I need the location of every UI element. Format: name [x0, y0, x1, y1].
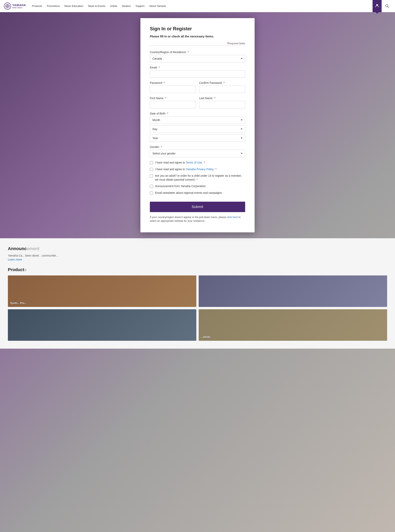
register-modal: Sign In or Register Please fill in or ch… [140, 18, 255, 232]
email-input[interactable] [150, 70, 245, 78]
newsletter-checkbox-group: Email newsletter about regional events a… [150, 191, 245, 195]
first-name-group: First Name: * [150, 97, 196, 108]
svg-point-4 [376, 4, 378, 6]
brand-tagline: Make Waves [12, 7, 26, 9]
nav-music-education[interactable]: Music Education [65, 5, 83, 7]
nav-products[interactable]: Products [32, 5, 42, 7]
nav-news-events[interactable]: News & Events [88, 5, 105, 7]
modal-overlay: Sign In or Register Please fill in or ch… [0, 12, 395, 238]
adult-checkbox[interactable] [150, 174, 153, 177]
nav-artists[interactable]: Artists [110, 5, 117, 7]
navbar-actions [373, 0, 391, 12]
learn-more-link[interactable]: Learn more [8, 258, 22, 261]
last-name-label: Last Name: * [199, 97, 245, 100]
product-label-1: Synth... Pro... [10, 302, 27, 305]
terms-checkbox[interactable] [150, 161, 153, 164]
nav-about[interactable]: About Yamaha [149, 5, 166, 7]
click-here-link[interactable]: click here [227, 216, 238, 219]
first-name-required-star: * [165, 97, 166, 100]
first-name-input[interactable] [150, 101, 196, 108]
password-group: Password: * [150, 81, 196, 93]
navbar-links: Products Promotions Music Education News… [32, 5, 373, 7]
day-select[interactable]: Day 12345 678910 1112131415 1617181920 2… [150, 125, 245, 133]
privacy-label[interactable]: I have read and agree to Yamaha Privacy … [155, 167, 217, 171]
announcement-checkbox-group: Announcement from Yamaha Corporation [150, 184, 245, 188]
confirm-password-label: Confirm Password: * [199, 81, 245, 84]
dob-group: Date of Birth: * Month JanuaryFebruaryMa… [150, 112, 245, 142]
announcement-checkbox[interactable] [150, 185, 153, 188]
gender-label: Gender: * [150, 145, 245, 149]
below-content: Announcement Yamaha Ca... been devel... … [0, 238, 395, 349]
product-card-4[interactable]: ...winds [199, 309, 387, 341]
gender-select[interactable]: Select your gender Male Female Other Pre… [150, 150, 245, 157]
terms-checkbox-group: I have read and agree to Terms of Use. * [150, 161, 245, 165]
logo-text: YAMAHA Make Waves [12, 3, 26, 9]
announcement-section: Announcement Yamaha Ca... been devel... … [8, 246, 387, 261]
country-group: Country/Region of Residence: * Canada Un… [150, 51, 245, 62]
confirm-password-required-star: * [224, 81, 225, 84]
name-row: First Name: * Last Name: * [150, 97, 245, 112]
dob-label: Date of Birth: * [150, 112, 245, 115]
announcement-label[interactable]: Announcement from Yamaha Corporation [155, 184, 206, 188]
first-name-label: First Name: * [150, 97, 196, 100]
gender-group: Gender: * Select your gender Male Female… [150, 145, 245, 157]
search-button[interactable] [383, 2, 391, 10]
product-card-3[interactable] [8, 309, 196, 341]
products-grid: Synth... Pro... ...winds [8, 275, 387, 341]
last-name-required-star: * [214, 97, 215, 100]
brand-name: YAMAHA [12, 3, 26, 7]
password-row: Password: * Confirm Password: * [150, 81, 245, 97]
logo-icon [4, 3, 11, 10]
user-account-button[interactable] [373, 0, 382, 12]
country-select[interactable]: Canada United States United Kingdom Aust… [150, 55, 245, 62]
product-label-4: ...winds [201, 335, 210, 339]
announcement-title: Announcement [8, 246, 387, 251]
password-label: Password: * [150, 81, 196, 84]
email-label: Email: * [150, 66, 245, 69]
newsletter-label[interactable]: Email newsletter about regional events a… [155, 191, 222, 195]
email-required-star: * [159, 66, 160, 69]
last-name-input[interactable] [199, 101, 245, 108]
privacy-checkbox[interactable] [150, 168, 153, 171]
email-group: Email: * [150, 66, 245, 78]
month-select[interactable]: Month JanuaryFebruaryMarch AprilMayJune … [150, 116, 245, 124]
nav-promotions[interactable]: Promotions [47, 5, 60, 7]
required-note: *Required fields [150, 42, 245, 45]
svg-line-6 [388, 7, 389, 8]
gender-required-star: * [161, 145, 162, 149]
modal-subtitle: Please fill in or check all the necessar… [150, 35, 245, 38]
last-name-group: Last Name: * [199, 97, 245, 108]
password-required-star: * [164, 81, 165, 84]
products-section: Products Synth... Pro... ...winds [8, 267, 387, 341]
nav-dealers[interactable]: Dealers [122, 5, 131, 7]
footer-note: If your country/region doesn't appear in… [150, 215, 245, 223]
confirm-password-input[interactable] [199, 86, 245, 93]
adult-checkbox-group: Are you an adult? In order for a child u… [150, 174, 245, 182]
terms-link[interactable]: Terms of Use. [186, 161, 203, 164]
nav-support[interactable]: Support [136, 5, 144, 7]
country-required-star: * [188, 51, 189, 54]
dob-required-star: * [167, 112, 168, 115]
terms-label[interactable]: I have read and agree to Terms of Use. * [155, 161, 205, 165]
product-card-2[interactable] [199, 275, 387, 307]
products-title: Products [8, 267, 387, 272]
privacy-link[interactable]: Yamaha Privacy Policy. [186, 168, 214, 171]
year-select[interactable]: Year 2005200420032002 2000199919981990 1… [150, 134, 245, 142]
password-input[interactable] [150, 86, 196, 93]
newsletter-checkbox[interactable] [150, 191, 153, 195]
adult-label[interactable]: Are you an adult? In order for a child u… [155, 174, 245, 182]
svg-point-5 [385, 5, 388, 7]
logo[interactable]: YAMAHA Make Waves [4, 3, 26, 10]
confirm-password-group: Confirm Password: * [199, 81, 245, 93]
form-divider [150, 46, 245, 46]
page-content: Sign In or Register Please fill in or ch… [0, 12, 395, 349]
country-label: Country/Region of Residence: * [150, 51, 245, 54]
privacy-checkbox-group: I have read and agree to Yamaha Privacy … [150, 167, 245, 171]
product-card-1[interactable]: Synth... Pro... [8, 275, 196, 307]
navbar: YAMAHA Make Waves Products Promotions Mu… [0, 0, 395, 12]
announcement-text: Yamaha Ca... been devel... communitie... [8, 254, 387, 258]
submit-button[interactable]: Submit [150, 202, 245, 212]
modal-title: Sign In or Register [150, 26, 245, 32]
user-icon [375, 3, 379, 9]
